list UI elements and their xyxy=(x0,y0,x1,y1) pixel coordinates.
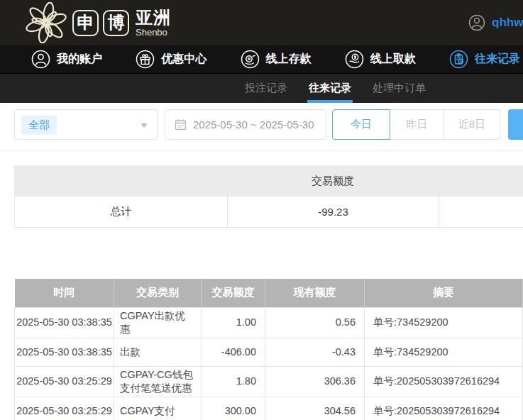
col-header-time: 时间 xyxy=(15,279,114,307)
table-row: 2025-05-30 03:25:29CGPAY-CG钱包支付笔笔送优惠1.80… xyxy=(15,366,523,397)
summary-total-label: 总计 xyxy=(15,197,228,227)
table-cell: 单号:202505303972616294 xyxy=(365,366,523,397)
top-header: 申 博 亚洲 Shenbo qhhw2 xyxy=(0,0,523,45)
records-table-body: 2025-05-30 03:38:35CGPAY出款优惠1.000.56单号:7… xyxy=(15,307,523,420)
chevron-down-icon xyxy=(141,123,148,128)
col-header-type: 交易类别 xyxy=(114,279,202,307)
calendar-icon xyxy=(175,118,187,131)
nav-label: 往来记录 xyxy=(475,52,520,67)
col-header-amount: 交易额度 xyxy=(202,279,265,307)
withdraw-icon xyxy=(345,50,364,69)
user-account[interactable]: qhhw2 xyxy=(468,0,523,45)
header-row: 时间 交易类别 交易额度 现有额度 摘要 xyxy=(15,279,523,307)
yesterday-button[interactable]: 昨日 xyxy=(390,109,444,140)
table-cell: 单号:202505303972616294 xyxy=(365,397,523,420)
nav-item-my-account[interactable]: 我的账户 xyxy=(31,50,102,69)
logo-char-shen: 申 xyxy=(72,10,99,36)
quick-date-buttons: 今日 昨日 近8日 xyxy=(332,109,500,140)
summary-row: 总计 -99.23 xyxy=(14,197,523,228)
col-header-summary: 摘要 xyxy=(365,279,523,307)
table-cell: -0.43 xyxy=(265,338,365,366)
username[interactable]: qhhw2 xyxy=(492,16,523,30)
table-cell: 300.00 xyxy=(202,397,265,420)
search-button[interactable] xyxy=(508,109,523,140)
filter-bar: 全部 2025-05-30 ~ 2025-05-30 今日 昨日 近8日 xyxy=(0,103,523,150)
table-row: 2025-05-30 03:38:35CGPAY出款优惠1.000.56单号:7… xyxy=(15,307,523,338)
table-cell: 单号:734529200 xyxy=(365,338,523,366)
table-cell: 2025-05-30 03:25:29 xyxy=(15,397,114,420)
table-cell: 2025-05-30 03:38:35 xyxy=(15,338,114,366)
type-select-tag[interactable]: 全部 xyxy=(21,116,57,135)
deposit-icon xyxy=(241,50,260,69)
tab-betting-records[interactable]: 投注记录 xyxy=(245,74,287,103)
today-button[interactable]: 今日 xyxy=(332,109,390,140)
last-8-days-button[interactable]: 近8日 xyxy=(444,109,500,140)
nav-label: 优惠中心 xyxy=(161,52,207,67)
col-header-balance: 现有额度 xyxy=(265,279,365,307)
table-cell: CGPAY-CG钱包支付笔笔送优惠 xyxy=(114,366,202,397)
table-cell: 1.80 xyxy=(202,366,265,397)
records-icon xyxy=(449,50,468,69)
table-cell: 2025-05-30 03:38:35 xyxy=(15,307,114,338)
table-cell: 304.56 xyxy=(265,397,365,420)
nav-item-records[interactable]: 往来记录 xyxy=(449,50,520,69)
table-cell: 1.00 xyxy=(202,307,265,338)
summary-table: 交易额度 总计 -99.23 xyxy=(14,165,523,228)
nav-item-withdraw[interactable]: 线上取款 xyxy=(345,50,416,69)
nav-label: 线上存款 xyxy=(266,52,312,67)
table-cell: 单号:734529200 xyxy=(365,307,523,338)
nav-item-promotions[interactable]: 优惠中心 xyxy=(136,50,207,69)
date-range-picker[interactable]: 2025-05-30 ~ 2025-05-30 xyxy=(165,109,326,140)
user-avatar-icon xyxy=(468,14,485,31)
table-row: 2025-05-30 03:25:29CGPAY支付300.00304.56单号… xyxy=(15,397,523,420)
table-cell: -406.00 xyxy=(202,338,265,366)
sub-nav: 投注记录 往来记录 处理中订单 xyxy=(0,74,523,103)
table-cell: CGPAY支付 xyxy=(114,397,202,420)
summary-amount-header: 交易额度 xyxy=(227,175,439,188)
nav-label: 线上取款 xyxy=(370,52,416,67)
main-nav: 我的账户 优惠中心 线上存款 xyxy=(0,45,523,74)
table-cell: 0.56 xyxy=(265,307,365,338)
records-table-head: 时间 交易类别 交易额度 现有额度 摘要 xyxy=(15,279,523,307)
date-range-value: 2025-05-30 ~ 2025-05-30 xyxy=(193,118,314,131)
table-row: 2025-05-30 03:38:35出款-406.00-0.43单号:7345… xyxy=(15,338,523,366)
records-table: 时间 交易类别 交易额度 现有额度 摘要 2025-05-30 03:38:35… xyxy=(14,279,523,420)
table-cell: 306.36 xyxy=(265,366,365,397)
logo-region: 亚洲 Shenbo xyxy=(136,9,171,37)
table-cell: 出款 xyxy=(114,338,202,366)
summary-total-value: -99.23 xyxy=(228,197,439,227)
tab-pending-orders[interactable]: 处理中订单 xyxy=(373,74,426,103)
tab-transaction-records[interactable]: 往来记录 xyxy=(309,74,351,103)
logo-region-text: 亚洲 xyxy=(136,9,171,26)
nav-label: 我的账户 xyxy=(57,52,102,67)
table-cell: CGPAY出款优惠 xyxy=(114,307,202,338)
logo-char-bo: 博 xyxy=(103,10,129,36)
table-cell: 2025-05-30 03:25:29 xyxy=(15,366,114,397)
user-icon xyxy=(31,50,50,69)
type-select[interactable]: 全部 xyxy=(14,109,158,140)
summary-header: 交易额度 xyxy=(14,165,523,197)
flower-logo-icon xyxy=(26,2,67,43)
gift-icon xyxy=(136,50,155,69)
logo-subtitle: Shenbo xyxy=(136,28,171,37)
nav-item-deposit[interactable]: 线上存款 xyxy=(241,50,312,69)
